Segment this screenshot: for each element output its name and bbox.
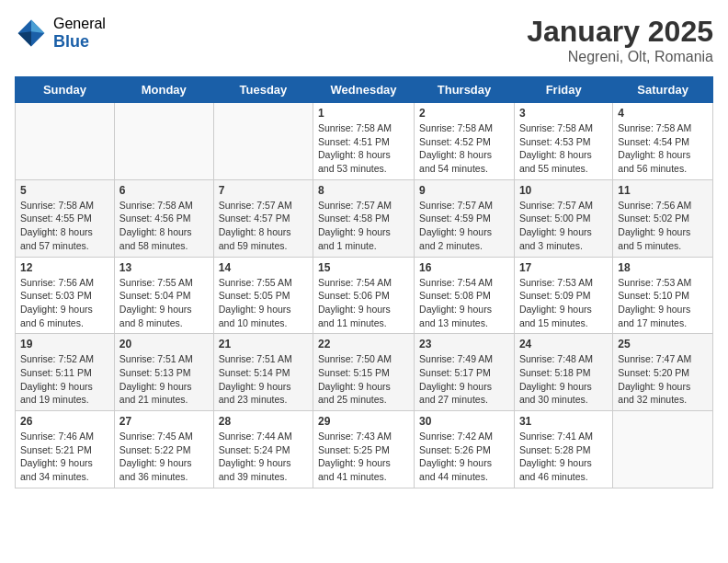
day-number: 18 (618, 261, 708, 274)
logo-general: General (53, 15, 106, 32)
calendar-day-cell: 25Sunrise: 7:47 AM Sunset: 5:20 PM Dayli… (613, 334, 713, 411)
day-info: Sunrise: 7:55 AM Sunset: 5:05 PM Dayligh… (219, 276, 308, 330)
day-info: Sunrise: 7:57 AM Sunset: 4:59 PM Dayligh… (419, 199, 509, 253)
day-number: 4 (618, 107, 708, 120)
day-info: Sunrise: 7:57 AM Sunset: 4:57 PM Dayligh… (219, 199, 308, 253)
calendar-day-cell: 11Sunrise: 7:56 AM Sunset: 5:02 PM Dayli… (613, 179, 713, 257)
calendar-week-row: 1Sunrise: 7:58 AM Sunset: 4:51 PM Daylig… (16, 103, 713, 180)
calendar-day-cell: 16Sunrise: 7:54 AM Sunset: 5:08 PM Dayli… (415, 257, 515, 334)
logo-blue: Blue (53, 32, 106, 52)
day-number: 21 (219, 338, 308, 350)
calendar-day-cell: 31Sunrise: 7:41 AM Sunset: 5:28 PM Dayli… (514, 411, 612, 488)
day-info: Sunrise: 7:49 AM Sunset: 5:17 PM Dayligh… (419, 352, 509, 407)
calendar-week-row: 19Sunrise: 7:52 AM Sunset: 5:11 PM Dayli… (16, 334, 713, 411)
calendar-day-cell: 4Sunrise: 7:58 AM Sunset: 4:54 PM Daylig… (613, 103, 713, 180)
day-info: Sunrise: 7:57 AM Sunset: 4:58 PM Dayligh… (318, 199, 409, 253)
calendar-day-cell: 18Sunrise: 7:53 AM Sunset: 5:10 PM Dayli… (613, 257, 713, 334)
day-number: 3 (519, 107, 608, 120)
calendar-day-header: Thursday (415, 77, 515, 103)
calendar-week-row: 26Sunrise: 7:46 AM Sunset: 5:21 PM Dayli… (16, 411, 713, 488)
day-number: 27 (119, 415, 209, 428)
calendar-day-header: Wednesday (313, 77, 415, 103)
calendar-day-cell (613, 411, 713, 488)
day-info: Sunrise: 7:50 AM Sunset: 5:15 PM Dayligh… (318, 352, 409, 407)
calendar-day-header: Sunday (16, 77, 115, 103)
day-info: Sunrise: 7:51 AM Sunset: 5:14 PM Dayligh… (219, 352, 308, 407)
day-info: Sunrise: 7:58 AM Sunset: 4:52 PM Dayligh… (419, 121, 509, 176)
calendar-day-cell (16, 103, 115, 180)
day-number: 8 (318, 184, 409, 197)
calendar-week-row: 12Sunrise: 7:56 AM Sunset: 5:03 PM Dayli… (16, 257, 713, 334)
calendar-day-cell: 19Sunrise: 7:52 AM Sunset: 5:11 PM Dayli… (16, 334, 115, 411)
day-number: 2 (419, 107, 509, 120)
day-info: Sunrise: 7:45 AM Sunset: 5:22 PM Dayligh… (119, 430, 209, 484)
svg-marker-1 (31, 20, 44, 33)
calendar-day-cell (114, 103, 213, 180)
day-number: 31 (519, 415, 608, 428)
day-number: 7 (219, 184, 308, 197)
logo-text: General Blue (53, 15, 106, 52)
month-title: January 2025 (527, 15, 713, 49)
day-number: 9 (419, 184, 509, 197)
calendar-day-cell: 2Sunrise: 7:58 AM Sunset: 4:52 PM Daylig… (415, 103, 515, 180)
day-info: Sunrise: 7:54 AM Sunset: 5:08 PM Dayligh… (419, 276, 509, 330)
day-number: 17 (519, 261, 608, 274)
calendar-day-cell: 27Sunrise: 7:45 AM Sunset: 5:22 PM Dayli… (114, 411, 213, 488)
day-number: 14 (219, 261, 308, 274)
page-header: General Blue January 2025 Negreni, Olt, … (15, 15, 713, 65)
day-number: 5 (20, 184, 109, 197)
day-number: 12 (20, 261, 109, 274)
calendar-day-cell: 22Sunrise: 7:50 AM Sunset: 5:15 PM Dayli… (313, 334, 415, 411)
day-number: 30 (419, 415, 509, 428)
day-number: 28 (219, 415, 308, 428)
day-info: Sunrise: 7:57 AM Sunset: 5:00 PM Dayligh… (519, 199, 608, 253)
svg-marker-2 (18, 32, 31, 47)
calendar-day-cell: 29Sunrise: 7:43 AM Sunset: 5:25 PM Dayli… (313, 411, 415, 488)
day-info: Sunrise: 7:43 AM Sunset: 5:25 PM Dayligh… (318, 430, 409, 484)
calendar-day-cell: 26Sunrise: 7:46 AM Sunset: 5:21 PM Dayli… (16, 411, 115, 488)
calendar-day-cell: 28Sunrise: 7:44 AM Sunset: 5:24 PM Dayli… (213, 411, 313, 488)
day-number: 10 (519, 184, 608, 197)
day-info: Sunrise: 7:58 AM Sunset: 4:56 PM Dayligh… (119, 199, 209, 253)
calendar-day-cell: 1Sunrise: 7:58 AM Sunset: 4:51 PM Daylig… (313, 103, 415, 180)
day-number: 24 (519, 338, 608, 350)
day-number: 19 (20, 338, 109, 350)
day-info: Sunrise: 7:55 AM Sunset: 5:04 PM Dayligh… (119, 276, 209, 330)
calendar-day-header: Friday (514, 77, 612, 103)
day-number: 26 (20, 415, 109, 428)
calendar-day-header: Tuesday (213, 77, 313, 103)
calendar-day-cell: 13Sunrise: 7:55 AM Sunset: 5:04 PM Dayli… (114, 257, 213, 334)
day-info: Sunrise: 7:54 AM Sunset: 5:06 PM Dayligh… (318, 276, 409, 330)
calendar-day-cell: 3Sunrise: 7:58 AM Sunset: 4:53 PM Daylig… (514, 103, 612, 180)
day-number: 29 (318, 415, 409, 428)
calendar-table: SundayMondayTuesdayWednesdayThursdayFrid… (15, 76, 713, 488)
day-number: 23 (419, 338, 509, 350)
calendar-day-cell: 17Sunrise: 7:53 AM Sunset: 5:09 PM Dayli… (514, 257, 612, 334)
day-info: Sunrise: 7:53 AM Sunset: 5:10 PM Dayligh… (618, 276, 708, 330)
day-number: 20 (119, 338, 209, 350)
day-info: Sunrise: 7:47 AM Sunset: 5:20 PM Dayligh… (618, 352, 708, 407)
calendar-day-cell: 20Sunrise: 7:51 AM Sunset: 5:13 PM Dayli… (114, 334, 213, 411)
day-info: Sunrise: 7:53 AM Sunset: 5:09 PM Dayligh… (519, 276, 608, 330)
day-info: Sunrise: 7:58 AM Sunset: 4:55 PM Dayligh… (20, 199, 109, 253)
calendar-day-cell: 24Sunrise: 7:48 AM Sunset: 5:18 PM Dayli… (514, 334, 612, 411)
day-number: 22 (318, 338, 409, 350)
calendar-day-cell: 30Sunrise: 7:42 AM Sunset: 5:26 PM Dayli… (415, 411, 515, 488)
day-info: Sunrise: 7:56 AM Sunset: 5:03 PM Dayligh… (20, 276, 109, 330)
calendar-week-row: 5Sunrise: 7:58 AM Sunset: 4:55 PM Daylig… (16, 179, 713, 257)
day-info: Sunrise: 7:58 AM Sunset: 4:53 PM Dayligh… (519, 121, 608, 176)
calendar-day-cell: 15Sunrise: 7:54 AM Sunset: 5:06 PM Dayli… (313, 257, 415, 334)
logo: General Blue (15, 15, 106, 52)
day-info: Sunrise: 7:52 AM Sunset: 5:11 PM Dayligh… (20, 352, 109, 407)
day-number: 15 (318, 261, 409, 274)
calendar-header-row: SundayMondayTuesdayWednesdayThursdayFrid… (16, 77, 713, 103)
day-info: Sunrise: 7:44 AM Sunset: 5:24 PM Dayligh… (219, 430, 308, 484)
logo-icon (15, 17, 48, 50)
day-info: Sunrise: 7:58 AM Sunset: 4:54 PM Dayligh… (618, 121, 708, 176)
calendar-day-cell: 21Sunrise: 7:51 AM Sunset: 5:14 PM Dayli… (213, 334, 313, 411)
calendar-day-cell: 9Sunrise: 7:57 AM Sunset: 4:59 PM Daylig… (415, 179, 515, 257)
day-info: Sunrise: 7:42 AM Sunset: 5:26 PM Dayligh… (419, 430, 509, 484)
calendar-day-cell: 23Sunrise: 7:49 AM Sunset: 5:17 PM Dayli… (415, 334, 515, 411)
calendar-body: 1Sunrise: 7:58 AM Sunset: 4:51 PM Daylig… (16, 103, 713, 488)
day-info: Sunrise: 7:58 AM Sunset: 4:51 PM Dayligh… (318, 121, 409, 176)
